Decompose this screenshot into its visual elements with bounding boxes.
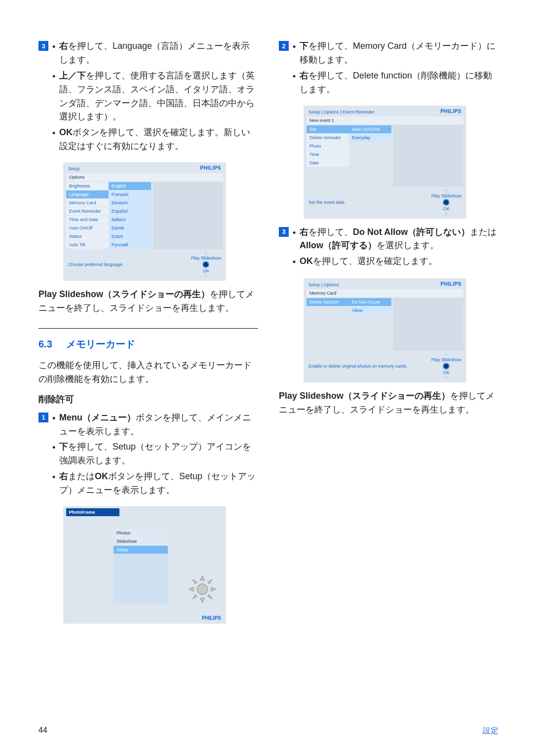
step-badge-2: 2 [279,41,289,51]
step-badge-3: 3 [38,41,48,51]
menu-item: Brightness [66,182,109,190]
page-number: 44 [38,726,47,736]
philips-logo: PHILIPS [202,615,221,621]
gear-icon [188,574,217,604]
philips-logo: PHILIPS [200,165,221,171]
footer-section-label: 設定 [483,726,498,736]
section-intro: この機能を使用して、挿入されているメモリーカードの削除機能を有効にします。 [38,359,258,386]
ok-indicator: ◇ Play Slideshow OK ◇ [191,251,221,278]
page-footer: 44 設定 [38,726,498,736]
play-slideshow-note-right: Play Slideshow（スライドショーの再生）を押してメニューを終了し、ス… [279,389,498,417]
photoframe-header: PhotoFrame [66,508,119,516]
step-badge-3: 3 [279,227,289,237]
screenshot-delete-function: PHILIPS Setup | Options Memory Card Dele… [304,278,466,382]
step-3-right: 3 • 右を押して、Do Not Allow（許可しない）またはAllow（許可… [279,226,498,272]
section-heading: 6.3 メモリーカード [38,338,258,351]
subheading-delete-permit: 削除許可 [38,393,258,405]
svg-point-0 [197,584,208,595]
screenshot-main-menu: PhotoFrame Photos Slideshow Setup PHILIP… [63,506,226,624]
menu-item: Language [66,190,109,198]
step-3-left: 3 • 右を押して、Language（言語）メニューを表示します。 • 上／下を… [38,39,258,155]
play-slideshow-note: Play Slideshow（スライドショーの再生）を押してメニューを終了し、ス… [38,288,258,315]
screenshot-setup-language: PHILIPS Setup Options Brightness Languag… [63,162,226,281]
step-badge-1: 1 [38,413,48,422]
ok-indicator: ◇ Play Slideshow OK ◇ [431,189,461,216]
ok-indicator: ◇ Play Slideshow OK ◇ [431,353,461,379]
step-2-right: 2 • 下を押して、Memory Card（メモリーカード）に移動します。 • … [279,39,498,99]
step-1-left: 1 • Menu（メニュー）ボタンを押して、メインメニューを表示します。 • 下… [38,411,258,499]
manual-page: 3 • 右を押して、Language（言語）メニューを表示します。 • 上／下を… [0,0,533,756]
philips-logo: PHILIPS [441,109,461,114]
screenshot-event-reminder: PHILIPS Setup | Options | Event Reminder… [304,106,466,219]
philips-logo: PHILIPS [441,281,461,287]
menu-item-setup: Setup [114,546,168,554]
